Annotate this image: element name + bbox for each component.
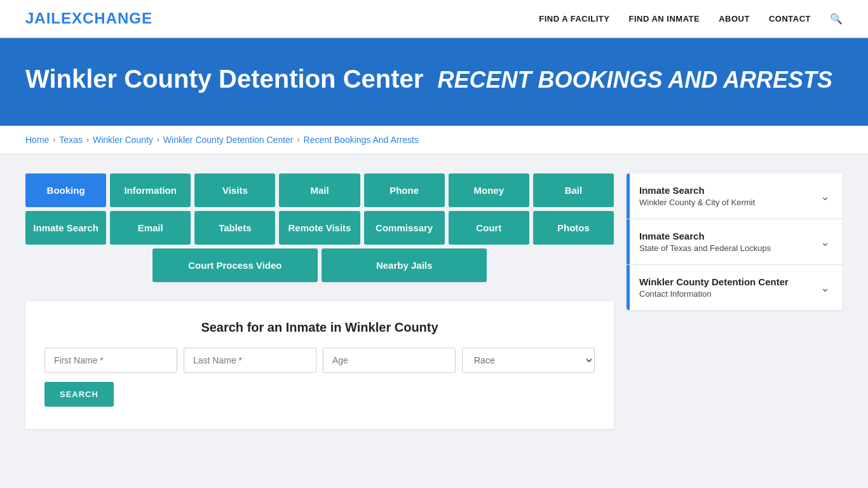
search-fields: Race (44, 348, 595, 373)
breadcrumb: Home › Texas › Winkler County › Winkler … (25, 135, 843, 145)
page-title-main: Winkler County Detention Center (25, 65, 423, 93)
nav-contact[interactable]: CONTACT (769, 14, 811, 24)
sidebar-item-1-subtitle: Winkler County & City of Kermit (639, 198, 755, 207)
email-button[interactable]: Email (110, 211, 191, 245)
race-select[interactable]: Race (462, 348, 595, 373)
logo-jail: JAIL (25, 10, 61, 27)
main-content: Booking Information Visits Mail Phone Mo… (0, 154, 868, 448)
tablets-button[interactable]: Tablets (194, 211, 275, 245)
page-title: Winkler County Detention Center RECENT B… (25, 64, 843, 94)
sidebar-item-3-subtitle: Contact Information (639, 289, 789, 299)
photos-button[interactable]: Photos (533, 211, 614, 245)
sidebar-item-1-text: Inmate Search Winkler County & City of K… (639, 185, 755, 207)
inmate-search-button[interactable]: Inmate Search (25, 211, 106, 245)
left-column: Booking Information Visits Mail Phone Mo… (25, 173, 614, 429)
sidebar-item-2-text: Inmate Search State of Texas and Federal… (639, 231, 771, 253)
court-process-video-button[interactable]: Court Process Video (153, 248, 318, 282)
header: JAILEXCHANGE FIND A FACILITY FIND AN INM… (0, 0, 868, 38)
phone-button[interactable]: Phone (364, 173, 445, 207)
nav-about[interactable]: ABOUT (719, 14, 750, 24)
breadcrumb-winkler-county[interactable]: Winkler County (93, 135, 153, 145)
breadcrumb-bar: Home › Texas › Winkler County › Winkler … (0, 126, 868, 154)
age-input[interactable] (323, 348, 456, 373)
bail-button[interactable]: Bail (533, 173, 614, 207)
breadcrumb-home[interactable]: Home (25, 135, 49, 145)
information-button[interactable]: Information (110, 173, 191, 207)
commissary-button[interactable]: Commissary (364, 211, 445, 245)
search-button[interactable]: SEARCH (44, 382, 114, 407)
nav-find-inmate[interactable]: FIND AN INMATE (628, 14, 700, 24)
visits-button[interactable]: Visits (194, 173, 275, 207)
sidebar-card: Inmate Search Winkler County & City of K… (627, 173, 843, 310)
breadcrumb-sep-2: › (86, 135, 89, 144)
main-nav: FIND A FACILITY FIND AN INMATE ABOUT CON… (539, 13, 843, 25)
sidebar-item-1-title: Inmate Search (639, 185, 755, 196)
nearby-jails-button[interactable]: Nearby Jails (322, 248, 487, 282)
logo-exchange: EXCHANGE (61, 10, 153, 27)
breadcrumb-texas[interactable]: Texas (59, 135, 83, 145)
breadcrumb-sep-3: › (157, 135, 159, 144)
court-button[interactable]: Court (449, 211, 529, 245)
sidebar-item-3-text: Winkler County Detention Center Contact … (639, 276, 789, 299)
money-button[interactable]: Money (449, 173, 529, 207)
remote-visits-button[interactable]: Remote Visits (279, 211, 360, 245)
sidebar-item-2-subtitle: State of Texas and Federal Lockups (639, 243, 771, 253)
right-sidebar: Inmate Search Winkler County & City of K… (627, 173, 843, 429)
sidebar-item-2-title: Inmate Search (639, 231, 771, 241)
breadcrumb-current: Recent Bookings And Arrests (304, 135, 419, 145)
last-name-input[interactable] (184, 348, 316, 373)
sidebar-item-2[interactable]: Inmate Search State of Texas and Federal… (627, 219, 843, 265)
chevron-down-icon-3: ⌄ (820, 281, 830, 295)
sidebar-item-3-title: Winkler County Detention Center (639, 276, 789, 287)
first-name-input[interactable] (44, 348, 177, 373)
button-grid: Booking Information Visits Mail Phone Mo… (25, 173, 614, 282)
logo[interactable]: JAILEXCHANGE (25, 10, 153, 27)
button-row-3: Court Process Video Nearby Jails (25, 248, 614, 282)
sidebar-item-1[interactable]: Inmate Search Winkler County & City of K… (627, 173, 843, 219)
breadcrumb-sep-4: › (297, 135, 300, 144)
page-title-sub: RECENT BOOKINGS AND ARRESTS (438, 67, 832, 93)
inmate-search-box: Search for an Inmate in Winkler County R… (25, 301, 614, 429)
search-title: Search for an Inmate in Winkler County (44, 320, 595, 335)
button-row-1: Booking Information Visits Mail Phone Mo… (25, 173, 614, 207)
booking-button[interactable]: Booking (25, 173, 106, 207)
button-row-2: Inmate Search Email Tablets Remote Visit… (25, 211, 614, 245)
search-icon[interactable]: 🔍 (830, 13, 843, 25)
hero-section: Winkler County Detention Center RECENT B… (0, 38, 868, 126)
breadcrumb-sep-1: › (53, 135, 55, 144)
mail-button[interactable]: Mail (279, 173, 360, 207)
breadcrumb-detention-center[interactable]: Winkler County Detention Center (163, 135, 294, 145)
chevron-down-icon-1: ⌄ (820, 189, 830, 203)
chevron-down-icon-2: ⌄ (820, 235, 830, 249)
nav-find-facility[interactable]: FIND A FACILITY (539, 14, 609, 24)
sidebar-item-3[interactable]: Winkler County Detention Center Contact … (627, 265, 843, 310)
